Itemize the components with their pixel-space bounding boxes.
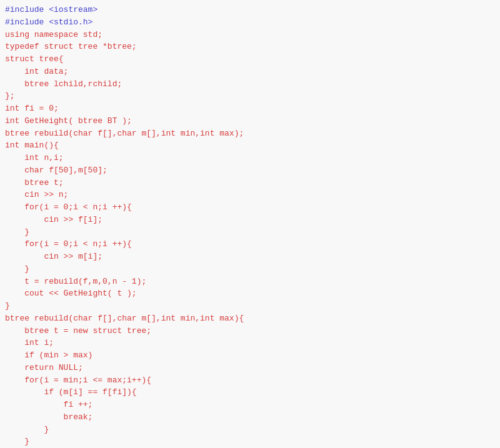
code-line: int n,i; xyxy=(5,152,495,164)
code-line: } xyxy=(5,424,495,436)
code-line: #include <stdio.h> xyxy=(5,16,495,29)
code-line: btree lchild,rchild; xyxy=(5,78,495,91)
code-line: int i; xyxy=(5,337,495,349)
code-line: int main(){ xyxy=(5,139,495,152)
code-line: btree t = new struct tree; xyxy=(5,325,495,337)
code-line: if (min > max) xyxy=(5,349,495,362)
code-line: cin >> n; xyxy=(5,189,495,201)
code-line: btree rebuild(char f[],char m[],int min,… xyxy=(5,127,495,140)
code-line: } xyxy=(5,436,495,448)
code-line: #include <iostream> xyxy=(5,4,495,16)
code-line: for(i = 0;i < n;i ++){ xyxy=(5,201,495,214)
code-line: int fi = 0; xyxy=(5,102,495,115)
code-block: #include <iostream>#include <stdio.h>usi… xyxy=(5,4,495,448)
code-line: cout << GetHeight( t ); xyxy=(5,287,495,300)
code-line: for(i = min;i <= max;i++){ xyxy=(5,374,495,387)
code-line: cin >> f[i]; xyxy=(5,214,495,226)
code-line: btree rebuild(char f[],char m[],int min,… xyxy=(5,312,495,325)
code-line: break; xyxy=(5,411,495,424)
code-line: } xyxy=(5,226,495,239)
code-line: t = rebuild(f,m,0,n - 1); xyxy=(5,276,495,288)
code-line: if (m[i] == f[fi]){ xyxy=(5,386,495,399)
code-line: return NULL; xyxy=(5,362,495,374)
code-editor: #include <iostream>#include <stdio.h>usi… xyxy=(0,0,500,448)
code-line: }; xyxy=(5,90,495,102)
code-line: fi ++; xyxy=(5,399,495,411)
code-line: for(i = 0;i < n;i ++){ xyxy=(5,238,495,251)
code-line: cin >> m[i]; xyxy=(5,251,495,263)
code-line: char f[50],m[50]; xyxy=(5,164,495,177)
code-line: int data; xyxy=(5,66,495,78)
code-line: struct tree{ xyxy=(5,53,495,66)
code-line: btree t; xyxy=(5,177,495,189)
code-line: } xyxy=(5,263,495,276)
code-line: int GetHeight( btree BT ); xyxy=(5,115,495,127)
code-line: using namespace std; xyxy=(5,29,495,41)
code-line: } xyxy=(5,300,495,312)
code-line: typedef struct tree *btree; xyxy=(5,41,495,53)
